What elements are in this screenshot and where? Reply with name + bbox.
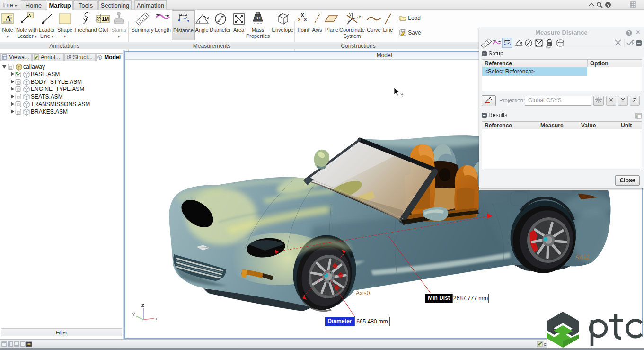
svg-text:x: x — [298, 16, 301, 23]
svg-text:ENGINE_TYPE.ASM: ENGINE_TYPE.ASM — [31, 86, 84, 92]
svg-text:1M: 1M — [102, 16, 109, 22]
svg-text:x: x — [304, 16, 307, 23]
svg-text:SEATS.ASM: SEATS.ASM — [31, 93, 63, 100]
svg-text:label: label — [546, 46, 551, 49]
svg-text:?: ? — [607, 3, 610, 8]
svg-text:BODY_STYLE.ASM: BODY_STYLE.ASM — [31, 79, 82, 85]
svg-text:K1: K1 — [256, 16, 261, 20]
svg-text:TRANSMISSONS.ASM: TRANSMISSONS.ASM — [31, 101, 90, 108]
svg-text:?: ? — [628, 30, 631, 36]
svg-text:z: z — [348, 18, 350, 23]
svg-text:x: x — [155, 316, 158, 321]
svg-text:x: x — [359, 15, 361, 19]
svg-text:Z: Z — [141, 303, 144, 308]
svg-text:y: y — [349, 12, 352, 17]
svg-text:A: A — [28, 13, 31, 18]
svg-text:BRAKES.ASM: BRAKES.ASM — [31, 108, 68, 115]
svg-text:Y: Y — [132, 312, 135, 317]
svg-text:a: a — [548, 43, 550, 46]
svg-text:callaway: callaway — [23, 63, 45, 70]
svg-text:BASE.ASM: BASE.ASM — [31, 71, 60, 78]
